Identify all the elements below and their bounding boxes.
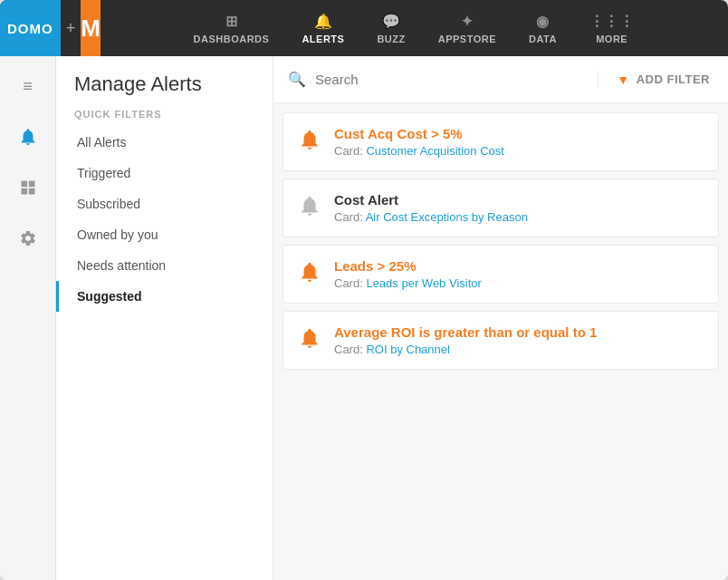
nav-item-appstore[interactable]: ✦ APPSTORE [422,0,512,56]
filter-needs-attention[interactable]: Needs attention [56,250,273,281]
top-nav: DOMO + M ⊞ DASHBOARDS 🔔 ALERTS 💬 BUZZ ✦ … [0,0,728,56]
nav-label-data: DATA [529,34,557,44]
nav-item-data[interactable]: ◉ DATA [512,0,573,56]
alerts-nav-icon: 🔔 [314,13,333,30]
filter-all-alerts[interactable]: All Alerts [56,127,273,158]
filter-owned-by-you[interactable]: Owned by you [56,219,273,250]
alert-card-label-4: Card: ROI by Channel [334,343,704,356]
nav-label-appstore: APPSTORE [438,34,496,44]
m-logo: M [81,0,101,56]
appstore-icon: ✦ [461,13,474,30]
sidebar-grid-icon [19,179,37,197]
top-nav-left: DOMO + M [0,0,100,56]
plus-button[interactable]: + [61,19,81,38]
buzz-icon: 💬 [382,13,401,30]
nav-item-buzz[interactable]: 💬 BUZZ [360,0,421,56]
filter-suggested[interactable]: Suggested [56,281,273,312]
sidebar-bell-icon [18,127,38,147]
alert-bell-icon-3 [298,260,321,289]
alert-card-label-1: Card: Customer Acquisition Cost [334,144,704,158]
more-icon: ⋮⋮⋮ [589,13,635,30]
alert-title-1: Cust Acq Cost > 5% [334,126,704,141]
alert-bell-icon-2 [298,194,321,223]
alert-card-link-1[interactable]: Customer Acquisition Cost [366,144,503,158]
nav-item-alerts[interactable]: 🔔 ALERTS [285,0,360,56]
data-icon: ◉ [536,13,550,30]
sidebar-grid-button[interactable] [11,170,45,205]
page-title: Manage Alerts [56,72,273,109]
hamburger-menu-button[interactable]: ≡ [11,69,45,103]
nav-label-buzz: BUZZ [377,34,405,44]
alert-info-2: Cost Alert Card: Air Cost Exceptions by … [334,192,704,224]
left-panel: Manage Alerts QUICK FILTERS All Alerts T… [56,56,273,580]
alert-card-label-3: Card: Leads per Web Visitor [334,276,704,290]
alert-card-link-3[interactable]: Leads per Web Visitor [366,276,481,290]
alert-card-label-2: Card: Air Cost Exceptions by Reason [334,210,704,224]
search-input-area: 🔍 [273,71,599,88]
filter-funnel-icon: ▼ [617,72,629,87]
alert-card-link-2[interactable]: Air Cost Exceptions by Reason [366,210,528,224]
filter-triggered[interactable]: Triggered [56,158,273,188]
add-filter-button[interactable]: ▼ ADD FILTER [599,72,728,87]
sidebar-settings-button[interactable] [11,221,45,256]
alert-title-3: Leads > 25% [334,258,704,274]
alert-title-4: Average ROI is greater than or equal to … [334,324,704,340]
nav-label-alerts: ALERTS [302,34,344,44]
alert-card-3[interactable]: Leads > 25% Card: Leads per Web Visitor [283,245,719,304]
alert-card-1[interactable]: Cust Acq Cost > 5% Card: Customer Acquis… [283,112,719,171]
sidebar-icons: ≡ [0,56,56,580]
filter-subscribed[interactable]: Subscribed [56,188,273,219]
alert-info-3: Leads > 25% Card: Leads per Web Visitor [334,258,704,290]
main-content: 🔍 ▼ ADD FILTER Cust Acq Cost > 5% [273,56,728,580]
sidebar-alerts-button[interactable] [11,120,45,154]
alert-bell-icon-1 [298,128,321,157]
search-bar: 🔍 ▼ ADD FILTER [273,56,728,103]
dashboards-icon: ⊞ [225,13,238,30]
nav-item-dashboards[interactable]: ⊞ DASHBOARDS [177,0,286,56]
nav-label-more: MORE [596,34,627,44]
search-icon: 🔍 [288,71,306,88]
alert-info-1: Cust Acq Cost > 5% Card: Customer Acquis… [334,126,704,158]
alert-title-2: Cost Alert [334,192,704,208]
alert-bell-icon-4 [298,326,321,355]
body-area: ≡ Manage Alerts QUICK FILTERS All Ale [0,56,728,580]
sidebar-gear-icon [19,229,37,247]
nav-item-more[interactable]: ⋮⋮⋮ MORE [573,0,651,56]
alert-info-4: Average ROI is greater than or equal to … [334,324,704,356]
alert-card-2[interactable]: Cost Alert Card: Air Cost Exceptions by … [283,179,719,237]
app-container: DOMO + M ⊞ DASHBOARDS 🔔 ALERTS 💬 BUZZ ✦ … [0,0,728,580]
nav-label-dashboards: DASHBOARDS [194,34,270,44]
alerts-list: Cust Acq Cost > 5% Card: Customer Acquis… [273,103,728,580]
alert-card-link-4[interactable]: ROI by Channel [366,343,450,356]
domo-logo: DOMO [0,0,61,56]
nav-items: ⊞ DASHBOARDS 🔔 ALERTS 💬 BUZZ ✦ APPSTORE … [100,0,728,56]
alert-card-4[interactable]: Average ROI is greater than or equal to … [283,311,719,370]
add-filter-label: ADD FILTER [637,72,710,86]
search-input[interactable] [315,72,583,87]
quick-filters-label: QUICK FILTERS [56,109,273,127]
